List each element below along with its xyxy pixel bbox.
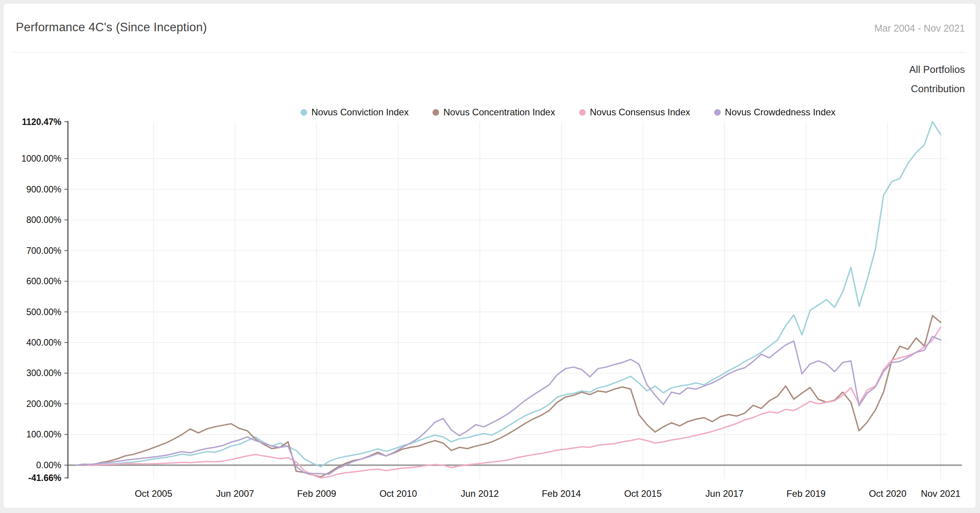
x-axis-label: Nov 2021 [921, 488, 961, 499]
y-axis-label: 200.00% [26, 399, 61, 409]
legend-item-concentration[interactable]: Novus Concentration Index [433, 107, 555, 118]
concentration-dot-icon [433, 109, 439, 116]
x-axis-label: Jun 2007 [216, 488, 254, 499]
legend-item-crowdedness[interactable]: Novus Crowdedness Index [714, 107, 836, 118]
x-axis-label: Oct 2005 [135, 488, 172, 499]
y-axis-label: 900.00% [26, 184, 61, 194]
series-line-novus-conviction-index[interactable] [76, 122, 941, 467]
y-axis-label: 300.00% [26, 368, 61, 378]
x-axis-label: Jun 2012 [461, 488, 499, 499]
y-axis-label: 1120.47% [22, 117, 61, 127]
y-axis-label: 700.00% [26, 246, 61, 256]
y-axis-label: 600.00% [26, 276, 61, 286]
y-axis-label: 100.00% [26, 429, 61, 439]
y-axis-label: 0.00% [36, 460, 61, 470]
legend-label: Novus Conviction Index [311, 107, 409, 118]
conviction-dot-icon [301, 109, 307, 116]
y-axis-label: 400.00% [26, 338, 61, 348]
crowdedness-dot-icon [714, 109, 721, 116]
series-line-novus-crowdedness-index[interactable] [76, 336, 941, 474]
x-axis-label: Feb 2019 [786, 488, 825, 499]
x-axis-label: Oct 2015 [624, 488, 662, 499]
x-axis-label: Feb 2014 [542, 488, 581, 499]
chart-card: Performance 4C's (Since Inception) Mar 2… [3, 3, 976, 508]
y-axis-label: 500.00% [26, 307, 61, 317]
x-axis-label: Oct 2010 [379, 488, 417, 499]
consensus-dot-icon [579, 109, 586, 116]
y-axis-label: 800.00% [26, 215, 61, 225]
legend-label: Novus Concentration Index [443, 107, 555, 118]
legend-item-consensus[interactable]: Novus Consensus Index [579, 107, 690, 118]
legend-label: Novus Crowdedness Index [725, 107, 836, 118]
x-axis-label: Oct 2020 [869, 488, 906, 499]
legend-label: Novus Consensus Index [590, 107, 690, 118]
chart-legend: Novus Conviction Index Novus Concentrati… [301, 107, 836, 118]
y-axis-label: -41.66% [28, 473, 61, 483]
y-axis-label: 1000.00% [21, 154, 61, 164]
x-axis-label: Jun 2017 [705, 488, 743, 499]
chart-svg[interactable]: 0.00%100.00%200.00%300.00%400.00%500.00%… [3, 3, 977, 508]
series-line-novus-consensus-index[interactable] [76, 327, 941, 478]
series-line-novus-concentration-index[interactable] [76, 316, 941, 477]
x-axis-label: Feb 2009 [297, 488, 336, 499]
legend-item-conviction[interactable]: Novus Conviction Index [301, 107, 409, 118]
